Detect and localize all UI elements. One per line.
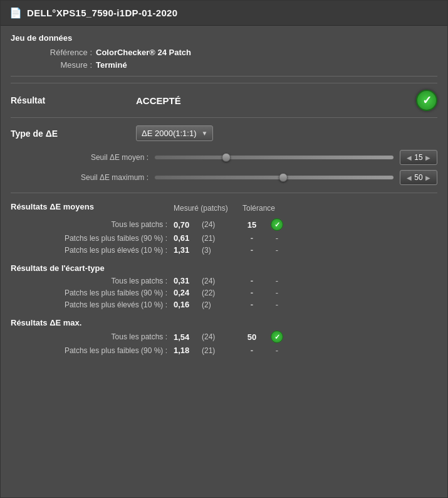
moyens-row-0-measured: 0,70 <box>174 220 202 230</box>
main-window: 📄 DELL°XPS15_7590-i1DP-01-2020 Jeu de do… <box>0 0 448 498</box>
delta-dropdown[interactable]: ΔE 2000(1:1:1) ▼ <box>136 125 213 141</box>
ecart-row-1: Patchs les plus faibles (90 %) : 0,24 (2… <box>11 288 437 297</box>
seuil-moyen-decrement[interactable]: ◀ <box>407 154 412 161</box>
result-check-icon: ✓ <box>416 90 437 111</box>
seuil-moyen-track[interactable] <box>155 156 393 159</box>
ecart-row-0-patches: (24) <box>202 277 230 285</box>
moyens-row-1-tolerance: - <box>236 233 268 243</box>
seuil-max-label: Seuil ΔE maximum : <box>11 173 148 182</box>
max-row-1-patches: (21) <box>202 346 230 355</box>
seuil-moyen-increment[interactable]: ▶ <box>425 154 430 161</box>
reference-row: Référence : ColorChecker® 24 Patch <box>11 48 437 57</box>
reference-label: Référence : <box>11 48 92 57</box>
content-area: Jeu de données Référence : ColorChecker®… <box>1 26 447 365</box>
seuil-max-value-box: ◀ 50 ▶ <box>400 170 437 185</box>
ecart-section: Résultats de l'écart-type Tous les patch… <box>11 263 437 309</box>
moyens-header-row: Résultats ΔE moyens Mesuré (patchs) Tolé… <box>11 202 437 215</box>
ecart-row-0-status: - <box>268 276 286 285</box>
result-section: Résultat ACCEPTÉ ✓ <box>11 83 437 118</box>
delta-type-row: Type de ΔE ΔE 2000(1:1:1) ▼ <box>11 125 437 141</box>
ecart-row-2-patches: (2) <box>202 300 230 309</box>
ecart-row-2-status: - <box>268 300 286 309</box>
moyens-row-0-label: Tous les patchs : <box>11 220 167 229</box>
seuil-moyen-value-box: ◀ 15 ▶ <box>400 150 437 165</box>
title-bar: 📄 DELL°XPS15_7590-i1DP-01-2020 <box>1 1 447 26</box>
moyens-row-2-patches: (3) <box>202 246 230 255</box>
ecart-row-1-measured: 0,24 <box>174 288 202 297</box>
jeu-header: Jeu de données <box>11 33 437 43</box>
seuil-max-track[interactable] <box>155 176 393 179</box>
max-row-1-status: - <box>268 346 286 355</box>
max-header: Résultats ΔE max. <box>11 318 437 327</box>
moyens-row-1-status: - <box>268 233 286 243</box>
ecart-row-2: Patchs les plus élevés (10 %) : 0,16 (2)… <box>11 300 437 309</box>
max-row-0-check-icon: ✓ <box>271 331 283 343</box>
seuil-moyen-thumb[interactable] <box>222 153 231 162</box>
mesure-row: Mesure : Terminé <box>11 60 437 70</box>
col-tolerance-label: Tolérance <box>242 204 293 213</box>
moyens-row-2-label: Patchs les plus élevés (10 %) : <box>11 246 167 255</box>
result-label: Résultat <box>11 95 136 105</box>
seuil-max-thumb[interactable] <box>279 173 288 182</box>
moyens-row-1-patches: (21) <box>202 234 230 243</box>
max-row-0-measured: 1,54 <box>174 332 202 342</box>
window-icon: 📄 <box>9 7 22 19</box>
reference-value: ColorChecker® 24 Patch <box>96 48 191 57</box>
ecart-header: Résultats de l'écart-type <box>11 263 437 273</box>
moyens-header: Résultats ΔE moyens <box>11 202 174 211</box>
divider-2 <box>11 193 437 193</box>
max-row-1-tolerance: - <box>236 346 268 355</box>
ecart-row-1-label: Patchs les plus faibles (90 %) : <box>11 289 167 297</box>
moyens-row-0-check-icon: ✓ <box>271 218 283 231</box>
max-row-0: Tous les patchs : 1,54 (24) 50 ✓ <box>11 331 437 343</box>
ecart-row-0-label: Tous les patchs : <box>11 277 167 285</box>
ecart-row-0: Tous les patchs : 0,31 (24) - - <box>11 276 437 285</box>
delta-section: Type de ΔE ΔE 2000(1:1:1) ▼ Seuil ΔE moy… <box>11 125 437 185</box>
ecart-row-2-tolerance: - <box>236 300 268 309</box>
seuil-max-value: 50 <box>414 173 422 182</box>
col-measured-label: Mesuré (patchs) <box>174 204 236 213</box>
seuil-moyen-row: Seuil ΔE moyen : ◀ 15 ▶ <box>11 150 437 165</box>
moyens-section: Résultats ΔE moyens Mesuré (patchs) Tolé… <box>11 202 437 255</box>
moyens-row-0-status: ✓ <box>268 218 286 231</box>
moyens-row-0-tolerance: 15 <box>236 220 268 230</box>
ecart-row-0-measured: 0,31 <box>174 276 202 285</box>
seuil-moyen-value: 15 <box>414 153 422 162</box>
max-row-1-measured: 1,18 <box>174 346 202 355</box>
divider-1 <box>11 76 437 77</box>
max-section: Résultats ΔE max. Tous les patchs : 1,54… <box>11 318 437 355</box>
moyens-row-2-tolerance: - <box>236 245 268 255</box>
moyens-row-2: Patchs les plus élevés (10 %) : 1,31 (3)… <box>11 245 437 255</box>
max-row-1-label: Patchs les plus faibles (90 %) : <box>11 346 167 355</box>
moyens-row-1: Patchs les plus faibles (90 %) : 0,61 (2… <box>11 233 437 243</box>
mesure-value: Terminé <box>96 60 127 70</box>
max-row-0-label: Tous les patchs : <box>11 332 167 341</box>
ecart-row-1-patches: (22) <box>202 289 230 297</box>
ecart-row-1-tolerance: - <box>236 288 268 297</box>
ecart-row-1-status: - <box>268 288 286 297</box>
jeu-section: Jeu de données Référence : ColorChecker®… <box>11 33 437 70</box>
moyens-row-0: Tous les patchs : 0,70 (24) 15 ✓ <box>11 218 437 231</box>
ecart-row-2-measured: 0,16 <box>174 300 202 309</box>
moyens-row-0-patches: (24) <box>202 220 230 229</box>
mesure-label: Mesure : <box>11 60 92 70</box>
max-row-0-patches: (24) <box>202 332 230 341</box>
dropdown-arrow-icon: ▼ <box>201 130 207 137</box>
max-row-0-tolerance: 50 <box>236 332 268 342</box>
moyens-row-1-label: Patchs les plus faibles (90 %) : <box>11 234 167 243</box>
ecart-row-0-tolerance: - <box>236 276 268 285</box>
max-row-1: Patchs les plus faibles (90 %) : 1,18 (2… <box>11 346 437 355</box>
seuil-max-decrement[interactable]: ◀ <box>407 174 412 181</box>
moyens-row-2-measured: 1,31 <box>174 245 202 255</box>
seuil-max-increment[interactable]: ▶ <box>425 174 430 181</box>
seuil-max-row: Seuil ΔE maximum : ◀ 50 ▶ <box>11 170 437 185</box>
moyens-row-2-status: - <box>268 245 286 255</box>
delta-label: Type de ΔE <box>11 129 136 139</box>
seuil-moyen-label: Seuil ΔE moyen : <box>11 153 148 162</box>
result-value: ACCEPTÉ <box>136 95 416 106</box>
ecart-row-2-label: Patchs les plus élevés (10 %) : <box>11 300 167 309</box>
delta-dropdown-value: ΔE 2000(1:1:1) <box>142 129 196 138</box>
window-title: DELL°XPS15_7590-i1DP-01-2020 <box>27 8 177 18</box>
max-row-0-status: ✓ <box>268 331 286 343</box>
moyens-row-1-measured: 0,61 <box>174 233 202 243</box>
